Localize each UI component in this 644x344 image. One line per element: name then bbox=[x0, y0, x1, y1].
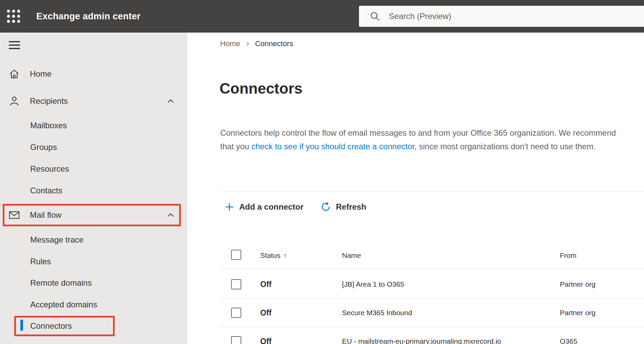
sidebar-item-mailboxes[interactable]: Mailboxes bbox=[0, 115, 187, 136]
search-box[interactable] bbox=[359, 6, 644, 27]
sidebar-item-label: Accepted domains bbox=[30, 300, 97, 309]
row-from: Partner org bbox=[560, 280, 595, 288]
row-status: Off bbox=[260, 337, 271, 344]
sidebar-item-label: Mail flow bbox=[30, 210, 61, 220]
column-header-from[interactable]: From bbox=[560, 251, 576, 260]
top-bar: Exchange admin center bbox=[0, 0, 644, 33]
row-status: Off bbox=[260, 280, 271, 289]
sidebar-item-label: Remote domains bbox=[30, 278, 92, 288]
row-name: Secure M365 Inbound bbox=[342, 309, 412, 317]
sidebar-item-label: Mailboxes bbox=[30, 121, 67, 130]
table-header-row: Status↑ Name From bbox=[187, 248, 644, 263]
sidebar-item-resources[interactable]: Resources bbox=[0, 158, 187, 180]
row-status: Off bbox=[260, 308, 271, 318]
plus-icon bbox=[225, 202, 234, 212]
column-header-name[interactable]: Name bbox=[342, 251, 361, 260]
sidebar-item-label: Connectors bbox=[30, 321, 72, 331]
create-connector-check-link[interactable]: check to see if you should create a conn… bbox=[251, 142, 417, 151]
breadcrumb-chevron-icon bbox=[245, 41, 250, 46]
add-connector-label: Add a connector bbox=[239, 202, 303, 212]
sidebar-item-label: Contacts bbox=[30, 186, 62, 195]
select-all-checkbox[interactable] bbox=[231, 250, 241, 260]
app-launcher-button[interactable] bbox=[5, 7, 22, 25]
sidebar-item-mail-flow[interactable]: Mail flow bbox=[0, 204, 187, 226]
app-title: Exchange admin center bbox=[36, 0, 140, 33]
person-icon bbox=[9, 96, 20, 107]
sidebar-item-contacts[interactable]: Contacts bbox=[0, 180, 187, 202]
hamburger-menu-button[interactable] bbox=[8, 40, 21, 51]
sidebar-item-home[interactable]: Home bbox=[0, 63, 187, 85]
sidebar-item-remote-domains[interactable]: Remote domains bbox=[0, 272, 187, 294]
sidebar-item-label: Rules bbox=[30, 257, 51, 266]
row-name: EU - mailstream-eu-primary.journaling.mx… bbox=[342, 337, 501, 344]
sidebar-item-recipients[interactable]: Recipients bbox=[0, 90, 187, 112]
sidebar-item-groups[interactable]: Groups bbox=[0, 136, 187, 158]
waffle-icon bbox=[6, 8, 21, 24]
selected-item-indicator bbox=[20, 320, 23, 331]
sidebar-item-label: Groups bbox=[30, 142, 57, 152]
sidebar-item-connectors[interactable]: Connectors bbox=[0, 315, 187, 337]
breadcrumb-home-link[interactable]: Home bbox=[220, 39, 240, 48]
search-icon bbox=[370, 11, 380, 21]
main-content: Home Connectors Connectors Connectors he… bbox=[187, 33, 644, 344]
toolbar-divider bbox=[220, 191, 644, 192]
hamburger-icon bbox=[8, 40, 21, 51]
table-row[interactable]: Off EU - mailstream-eu-primary.journalin… bbox=[221, 327, 644, 344]
description-text: since most organizations don't need to u… bbox=[417, 142, 596, 151]
home-icon bbox=[9, 69, 20, 79]
sidebar-item-label: Recipients bbox=[30, 96, 68, 106]
sidebar-item-label: Resources bbox=[30, 164, 69, 174]
exchange-admin-center-window: Exchange admin center bbox=[0, 0, 644, 344]
sort-ascending-icon: ↑ bbox=[284, 252, 287, 259]
row-name: [JB] Area 1 to O365 bbox=[342, 280, 404, 288]
row-checkbox[interactable] bbox=[231, 279, 241, 289]
table-header-divider bbox=[221, 269, 644, 269]
table-row[interactable]: Off Secure M365 Inbound Partner org bbox=[221, 299, 644, 327]
breadcrumb: Home Connectors bbox=[220, 39, 293, 48]
refresh-button[interactable]: Refresh bbox=[321, 199, 366, 214]
refresh-icon bbox=[321, 202, 331, 212]
row-from: Partner org bbox=[560, 309, 595, 317]
row-checkbox[interactable] bbox=[231, 336, 241, 344]
breadcrumb-current: Connectors bbox=[255, 39, 293, 48]
sidebar-item-rules[interactable]: Rules bbox=[0, 251, 187, 272]
sidebar-item-label: Message trace bbox=[30, 235, 83, 245]
mail-icon bbox=[9, 211, 20, 219]
refresh-label: Refresh bbox=[336, 202, 366, 212]
page-title: Connectors bbox=[220, 80, 302, 97]
column-header-status-label: Status bbox=[260, 251, 281, 259]
chevron-up-icon bbox=[166, 211, 175, 219]
sidebar-item-label: Home bbox=[30, 69, 52, 79]
table-row[interactable]: Off [JB] Area 1 to O365 Partner org bbox=[221, 270, 644, 299]
sidebar-item-accepted-domains[interactable]: Accepted domains bbox=[0, 294, 187, 316]
column-header-status[interactable]: Status↑ bbox=[260, 251, 287, 260]
row-checkbox[interactable] bbox=[231, 308, 241, 318]
sidebar-item-message-trace[interactable]: Message trace bbox=[0, 229, 187, 251]
page-description: Connectors help control the flow of emai… bbox=[220, 126, 631, 153]
add-connector-button[interactable]: Add a connector bbox=[225, 199, 303, 214]
sidebar-nav: Home Recipients Mailboxes Groups Reso bbox=[0, 33, 187, 344]
row-from: O365 bbox=[560, 337, 577, 344]
search-input[interactable] bbox=[388, 11, 644, 21]
chevron-up-icon bbox=[166, 97, 175, 105]
